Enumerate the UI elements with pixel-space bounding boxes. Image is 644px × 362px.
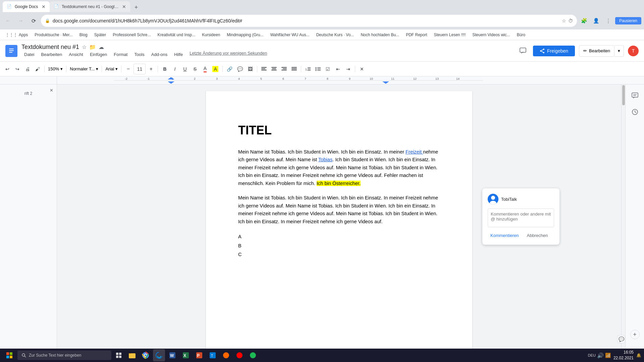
nav-back-button[interactable]: ←	[3, 15, 13, 26]
document-page[interactable]: TITEL Mein Name ist Tobias. Ich bin Stud…	[206, 91, 472, 349]
last-saved-text[interactable]: Letzte Änderung vor wenigen Sekunden	[190, 51, 267, 58]
close-left-panel-button[interactable]: ✕	[50, 88, 53, 93]
document-paragraph-1[interactable]: Mein Name ist Tobias. Ich bin Student in…	[238, 148, 440, 187]
redo-button[interactable]: ↪	[13, 64, 22, 74]
taskbar-chrome[interactable]	[140, 349, 152, 361]
freizeit-link[interactable]: Freizeit	[406, 149, 423, 155]
bookmark-hochladen[interactable]: Noch hochladen Bu...	[358, 32, 402, 38]
bookmark-star-icon[interactable]: ☆	[562, 18, 566, 23]
text-color-button[interactable]: A	[200, 64, 210, 74]
pause-button[interactable]: Pausieren	[615, 17, 641, 24]
bullet-list-button[interactable]	[313, 64, 323, 74]
history-panel-icon[interactable]	[629, 106, 641, 118]
tab-close-2[interactable]: ✕	[122, 4, 126, 9]
bookmark-mindmapping[interactable]: Mindmapping (Gru...	[224, 32, 266, 38]
taskbar-app5[interactable]: T	[207, 349, 219, 361]
bookmark-kreativitat[interactable]: Kreativität und Insp...	[155, 32, 198, 38]
share-button[interactable]: Freigeben	[533, 46, 575, 56]
star-icon[interactable]: ☆	[82, 44, 87, 50]
network-icon[interactable]: 📶	[605, 353, 611, 358]
align-right-button[interactable]	[279, 64, 289, 74]
bookmark-spater[interactable]: Später	[92, 32, 109, 38]
edit-button[interactable]: ✏ Bearbeiten	[579, 45, 614, 57]
zoom-select[interactable]: 150% ▾	[47, 64, 64, 74]
settings-icon[interactable]: ⋮	[603, 15, 614, 26]
bookmark-deutsche-kurs[interactable]: Deutsche Kurs · Vo...	[314, 32, 357, 38]
highlight-button[interactable]: A	[210, 64, 220, 74]
align-center-button[interactable]	[269, 64, 279, 74]
taskbar-excel[interactable]: X	[180, 349, 192, 361]
comment-header-icon[interactable]	[517, 45, 529, 57]
font-size-plus-button[interactable]: +	[146, 64, 156, 74]
taskbar-app6[interactable]	[220, 349, 232, 361]
bookmark-wahlf[interactable]: Wahlfächer WU Aus...	[268, 32, 312, 38]
underline-button[interactable]: U	[180, 64, 190, 74]
comment-cancel-button[interactable]: Abbrechen	[524, 232, 551, 239]
menu-bearbeiten[interactable]: Bearbeiten	[38, 51, 65, 58]
bookmark-produktsuche[interactable]: Produktsuche · Mer...	[32, 32, 75, 38]
comment-toolbar-button[interactable]: 💬	[235, 64, 245, 74]
menu-einfugen[interactable]: Einfügen	[87, 51, 110, 58]
menu-datei[interactable]: Datei	[21, 51, 37, 58]
align-justify-button[interactable]	[289, 64, 299, 74]
document-title[interactable]: TITEL	[238, 123, 440, 137]
user-avatar[interactable]: T	[628, 46, 639, 56]
bookmark-pdf[interactable]: PDF Report	[403, 32, 430, 38]
menu-ansicht[interactable]: Ansicht	[66, 51, 86, 58]
style-select[interactable]: Normaler T... ▾	[68, 64, 100, 74]
strikethrough-button[interactable]: S	[190, 64, 200, 74]
clear-format-button[interactable]: ✕	[357, 64, 367, 74]
menu-hilfe[interactable]: Hilfe	[171, 51, 185, 58]
start-button[interactable]	[3, 349, 16, 362]
add-panel-button[interactable]: +	[630, 330, 640, 339]
taskbar-app7[interactable]	[233, 349, 246, 361]
paint-format-button[interactable]: 🖌	[33, 64, 42, 74]
address-bar[interactable]: 🔒 docs.google.com/document/d/1hUH8k6h7Lb…	[41, 15, 577, 27]
taskbar-time[interactable]: 16:05 22.02.2021	[613, 350, 634, 361]
scrollbar-thumb[interactable]	[622, 85, 625, 105]
italic-button[interactable]: I	[170, 64, 179, 74]
notification-button[interactable]: 🔔	[636, 353, 641, 358]
indent-increase-button[interactable]: ⇥	[343, 64, 353, 74]
tab-textdok[interactable]: 📄 Textdokument neu #1 - Google ... ✕	[50, 1, 130, 12]
font-select[interactable]: Arial ▾	[104, 64, 119, 74]
vertical-scrollbar[interactable]: 💬	[621, 84, 625, 349]
tobias-link[interactable]: Tobias	[318, 157, 332, 162]
bookmark-apps[interactable]: ⋮⋮⋮ Apps	[3, 32, 31, 38]
taskbar-app8[interactable]	[247, 349, 259, 361]
tab-google-docs[interactable]: 📄 Google Docs ✕	[3, 1, 50, 12]
bookmark-kursideen[interactable]: Kursideen	[199, 32, 223, 38]
comment-input[interactable]	[488, 208, 554, 227]
menu-addons[interactable]: Add-ons	[149, 51, 170, 58]
comments-panel-icon[interactable]	[629, 90, 641, 102]
edit-dropdown-button[interactable]: ▾	[614, 45, 624, 57]
taskbar-powerpoint[interactable]: P	[193, 349, 205, 361]
document-scroll-area[interactable]: TITEL Mein Name ist Tobias. Ich bin Stud…	[57, 84, 621, 349]
numbered-list-button[interactable]: 1.	[303, 64, 313, 74]
document-paragraph-2[interactable]: Mein Name ist Tobias. Ich bin Student in…	[238, 194, 440, 226]
taskbar-search[interactable]: Zur Suche Text hier eingeben	[17, 351, 111, 360]
link-button[interactable]: 🔗	[225, 64, 234, 74]
indent-decrease-button[interactable]: ⇤	[333, 64, 343, 74]
cloud-save-icon[interactable]: ☁	[99, 44, 104, 50]
new-tab-button[interactable]: +	[131, 3, 141, 12]
bookmark-steuern-lesen[interactable]: Steuern Lesen !!!!	[431, 32, 468, 38]
image-button[interactable]: 🖼	[246, 64, 255, 74]
taskbar-word[interactable]: W	[166, 349, 178, 361]
profile-icon[interactable]: 👤	[591, 15, 602, 26]
taskbar-edge[interactable]	[153, 349, 165, 361]
bookmark-blog[interactable]: Blog	[77, 32, 90, 38]
bookmark-steuern-videos[interactable]: Steuern Videos wic...	[470, 32, 513, 38]
font-size-value[interactable]: 11	[133, 64, 146, 74]
nav-reload-button[interactable]: ⟳	[28, 15, 39, 26]
extensions-icon[interactable]: 🧩	[579, 15, 590, 26]
move-to-folder-icon[interactable]: 📁	[89, 44, 96, 50]
history-icon[interactable]: ⏱	[568, 18, 573, 23]
undo-button[interactable]: ↩	[3, 64, 12, 74]
taskbar-file-explorer[interactable]	[126, 349, 138, 361]
print-button[interactable]: 🖨	[23, 64, 32, 74]
nav-forward-button[interactable]: →	[15, 15, 26, 26]
menu-tools[interactable]: Tools	[131, 51, 147, 58]
bold-button[interactable]: B	[160, 64, 169, 74]
bookmark-professionell[interactable]: Professionell Schre...	[110, 32, 153, 38]
